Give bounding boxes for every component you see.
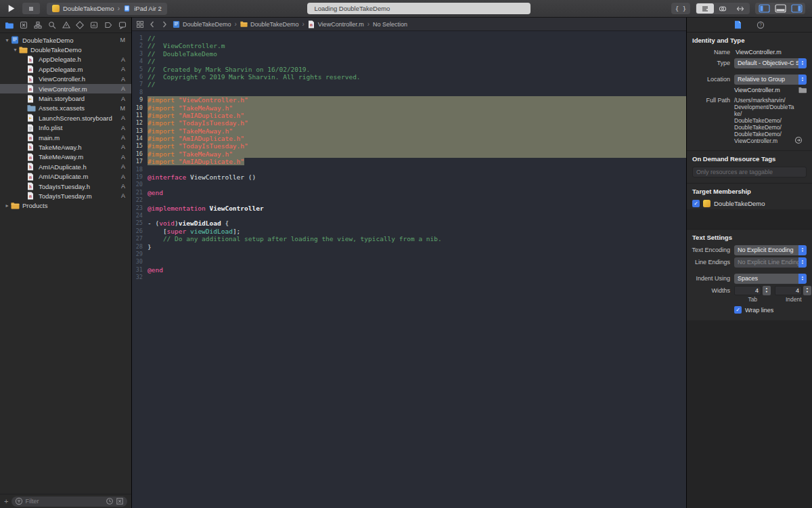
add-button[interactable]: + — [4, 497, 8, 505]
line-number[interactable]: 2 — [132, 42, 148, 49]
target-checkbox[interactable]: ✓ — [692, 200, 700, 207]
line-content[interactable]: #import "AmIADuplicate.h" — [148, 135, 686, 142]
toggle-inspector-button[interactable] — [788, 3, 805, 14]
line-number[interactable]: 26 — [132, 228, 148, 235]
file-row-viewcontroller-h[interactable]: hViewController.hA — [0, 75, 131, 84]
file-row-amiaduplicate-h[interactable]: hAmIADuplicate.hA — [0, 162, 131, 171]
file-row-products[interactable]: ▸Products — [0, 201, 131, 211]
file-row-takemeaway-h[interactable]: hTakeMeAway.hA — [0, 142, 131, 152]
line-number[interactable]: 22 — [132, 196, 148, 204]
line-content[interactable]: #import "ViewController.h" — [148, 96, 686, 104]
toggle-navigator-button[interactable] — [756, 3, 772, 14]
issue-navigator-tab[interactable] — [62, 21, 70, 29]
code-area[interactable]: 1//2// ViewController.m3// DoubleTakeDem… — [132, 31, 686, 508]
line-number[interactable]: 16 — [132, 150, 148, 158]
assistant-editor-button[interactable] — [714, 3, 731, 14]
report-navigator-tab[interactable] — [118, 21, 127, 29]
symbol-navigator-tab[interactable] — [34, 21, 42, 29]
open-path-arrow-icon[interactable] — [794, 136, 803, 144]
test-navigator-tab[interactable] — [76, 21, 84, 29]
line-content[interactable] — [148, 274, 686, 281]
file-row-todayistuesday-h[interactable]: hTodayIsTuesday.hA — [0, 182, 131, 191]
line-content[interactable]: #import "TakeMeAway.h" — [148, 127, 686, 135]
file-row-todayistuesday-m[interactable]: mTodayIsTuesday.mA — [0, 191, 131, 200]
line-content[interactable]: // ViewController.m — [148, 42, 686, 49]
line-content[interactable]: @interface ViewController () — [148, 173, 686, 181]
line-number[interactable]: 4 — [132, 58, 148, 65]
line-content[interactable] — [148, 181, 686, 188]
disclosure-triangle[interactable]: ▸ — [3, 203, 11, 209]
wrap-lines-checkbox[interactable]: ✓ — [734, 306, 742, 314]
line-number[interactable]: 7 — [132, 81, 148, 88]
line-number[interactable]: 18 — [132, 166, 148, 173]
line-number[interactable]: 14 — [132, 135, 148, 142]
indent-using-dropdown[interactable]: Spaces ▴▾ — [734, 274, 807, 284]
line-content[interactable]: #import "TakeMeAway.h" — [148, 150, 686, 158]
line-content[interactable]: // Created by Mark Sharvin on 16/02/2019… — [148, 66, 686, 73]
run-button[interactable] — [7, 4, 16, 13]
line-number[interactable]: 3 — [132, 50, 148, 58]
breadcrumb-item[interactable]: mViewController.m — [308, 20, 364, 28]
line-number[interactable]: 8 — [132, 89, 148, 96]
type-dropdown[interactable]: Default - Objective-C Sou... ▴▾ — [734, 58, 807, 68]
line-content[interactable]: #import "TodayIsTuesday.h" — [148, 142, 686, 150]
recent-files-icon[interactable] — [106, 497, 114, 505]
toggle-debug-area-button[interactable] — [772, 3, 788, 14]
line-number[interactable]: 29 — [132, 251, 148, 258]
line-number[interactable]: 1 — [132, 35, 148, 42]
line-content[interactable] — [148, 251, 686, 258]
scheme-selector[interactable]: DoubleTakeDemo › iPad Air 2 — [47, 3, 167, 15]
line-content[interactable]: - (void)viewDidLoad { — [148, 219, 686, 227]
line-content[interactable] — [148, 258, 686, 266]
line-number[interactable]: 15 — [132, 142, 148, 150]
line-content[interactable] — [148, 196, 686, 204]
line-number[interactable]: 17 — [132, 158, 148, 165]
line-content[interactable]: // Copyright © 2019 Mark Sharvin. All ri… — [148, 73, 686, 81]
disclosure-triangle[interactable]: ▾ — [3, 37, 11, 43]
line-content[interactable]: @end — [148, 266, 686, 274]
filter-field[interactable]: Filter — [12, 496, 127, 507]
line-content[interactable]: // Do any additional setup after loading… — [148, 235, 686, 242]
line-content[interactable]: } — [148, 243, 686, 251]
line-number[interactable]: 20 — [132, 181, 148, 188]
tab-width-stepper[interactable]: ▴▾ — [763, 286, 771, 295]
line-content[interactable]: #import "TodayIsTuesday.h" — [148, 119, 686, 127]
line-content[interactable]: @end — [148, 189, 686, 196]
line-content[interactable]: // — [148, 58, 686, 65]
line-content[interactable]: @implementation ViewController — [148, 205, 686, 212]
source-control-navigator-tab[interactable] — [20, 21, 28, 29]
line-content[interactable] — [148, 166, 686, 173]
stop-button[interactable] — [22, 3, 40, 14]
file-row-doubletakedemo[interactable]: ▾DoubleTakeDemoM — [0, 35, 131, 45]
forward-button[interactable] — [160, 20, 168, 28]
line-number[interactable]: 30 — [132, 258, 148, 266]
line-number[interactable]: 23 — [132, 205, 148, 212]
file-row-main-m[interactable]: mmain.mA — [0, 133, 131, 142]
line-content[interactable]: // — [148, 35, 686, 42]
location-dropdown[interactable]: Relative to Group ▴▾ — [734, 75, 807, 85]
project-navigator-tab[interactable] — [5, 21, 14, 29]
line-content[interactable]: // DoubleTakeDemo — [148, 50, 686, 58]
line-number[interactable]: 28 — [132, 243, 148, 251]
indent-width-stepper[interactable]: ▴▾ — [803, 286, 811, 295]
tab-width-field[interactable]: 4 — [734, 286, 761, 295]
file-inspector-tab[interactable] — [734, 20, 742, 29]
standard-editor-button[interactable] — [696, 3, 714, 14]
help-inspector-tab[interactable]: ? — [757, 21, 765, 29]
line-number[interactable]: 32 — [132, 274, 148, 281]
folder-icon[interactable] — [798, 87, 807, 93]
breadcrumb-item[interactable]: DoubleTakeDemo — [240, 20, 299, 28]
line-content[interactable]: #import "AmIADuplicate.h" — [148, 112, 686, 119]
file-row-appdelegate-h[interactable]: hAppDelegate.hA — [0, 55, 131, 64]
line-content[interactable]: #import "TakeMeAway.h" — [148, 104, 686, 112]
breakpoint-navigator-tab[interactable] — [104, 21, 112, 29]
file-row-info-plist[interactable]: Info.plistA — [0, 123, 131, 133]
line-number[interactable]: 12 — [132, 119, 148, 127]
line-number[interactable]: 27 — [132, 235, 148, 242]
line-number[interactable]: 11 — [132, 112, 148, 119]
line-number[interactable]: 9 — [132, 96, 148, 104]
disclosure-triangle[interactable]: ▾ — [12, 47, 19, 53]
file-row-amiaduplicate-m[interactable]: mAmIADuplicate.mA — [0, 171, 131, 181]
debug-navigator-tab[interactable] — [90, 21, 98, 29]
library-button[interactable]: { } — [671, 3, 690, 14]
